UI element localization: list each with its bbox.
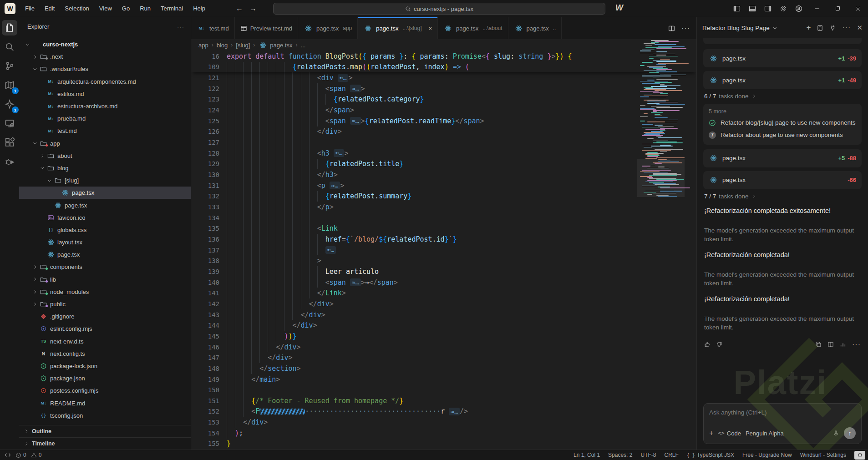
- menu-run[interactable]: Run: [135, 0, 156, 17]
- model-selector[interactable]: Penguin Alpha: [746, 430, 784, 437]
- menu-file[interactable]: File: [20, 0, 40, 17]
- toggle-panel-icon[interactable]: [745, 0, 760, 17]
- thumbs-down-icon[interactable]: [716, 341, 722, 348]
- status-item-6[interactable]: Windsurf - Settings: [800, 452, 846, 458]
- minimize-button[interactable]: [807, 0, 827, 17]
- folded-code-chip[interactable]: ≈…: [334, 149, 345, 157]
- breadcrumb-item-blog[interactable]: blog: [217, 42, 228, 49]
- activity-item-debug[interactable]: [2, 154, 17, 169]
- section-outline[interactable]: Outline: [19, 425, 191, 437]
- maximize-button[interactable]: [827, 0, 848, 17]
- tree-item--slug-[interactable]: [slug]: [19, 174, 191, 187]
- remote-indicator-icon[interactable]: [5, 452, 11, 458]
- tree-item-node-modules[interactable]: node_modules: [19, 286, 191, 298]
- command-center-search[interactable]: curso-nextjs - page.tsx: [273, 3, 605, 15]
- account-icon[interactable]: [791, 0, 807, 17]
- activity-item-map[interactable]: 1: [2, 77, 17, 93]
- copy-icon[interactable]: [815, 341, 822, 348]
- status-item-5[interactable]: Free - Upgrade Now: [742, 452, 792, 458]
- tree-item-page-tsx[interactable]: page.tsx: [19, 187, 191, 199]
- breadcrumb-item--[interactable]: ...: [301, 42, 306, 49]
- warnings-status[interactable]: 0: [31, 452, 42, 458]
- tab-page-tsx-2[interactable]: page.tsxapp: [298, 17, 358, 39]
- menu-help[interactable]: Help: [188, 0, 210, 17]
- cascade-title[interactable]: Refactor Blog Slug Page: [702, 25, 777, 31]
- cascade-content[interactable]: page.tsx+1-39page.tsx+1-496 / 7tasks don…: [697, 38, 868, 450]
- tab-page-tsx-3[interactable]: page.tsx...\[slug]×: [358, 17, 438, 39]
- explorer-more-actions-icon[interactable]: ···: [177, 23, 184, 30]
- tree-item-favicon-ico[interactable]: favicon.ico: [19, 212, 191, 224]
- tree-item-package-lock-json[interactable]: package-lock.json: [19, 360, 191, 372]
- breadcrumb[interactable]: app›blog›[slug]›page.tsx›...: [191, 39, 696, 51]
- breadcrumb-item-page-tsx[interactable]: page.tsx: [258, 42, 292, 49]
- notifications-bell[interactable]: [854, 451, 865, 460]
- activity-item-search[interactable]: [2, 39, 17, 55]
- folded-code-chip[interactable]: ≈…: [330, 182, 340, 189]
- tree-item-globals-css[interactable]: { }globals.css: [19, 224, 191, 236]
- activity-item-windsurf-ai[interactable]: 1: [2, 96, 17, 112]
- close-window-button[interactable]: [848, 0, 868, 17]
- close-tab-icon[interactable]: ×: [428, 25, 432, 32]
- status-item-4[interactable]: { }TypeScript JSX: [687, 452, 734, 458]
- tree-item-readme-md[interactable]: M↓README.md: [19, 397, 191, 409]
- minimap[interactable]: [639, 40, 685, 197]
- errors-status[interactable]: 0: [15, 452, 26, 458]
- tree-item-arquitectura-componentes-md[interactable]: M↓arquitectura-componentes.md: [19, 76, 191, 88]
- menu-go[interactable]: Go: [117, 0, 135, 17]
- tree-item-public[interactable]: public: [19, 298, 191, 310]
- folded-code-chip[interactable]: ≈…: [325, 246, 336, 254]
- tree-item-test-md[interactable]: M↓test.md: [19, 125, 191, 137]
- back-arrow-icon[interactable]: ←: [236, 5, 243, 13]
- activity-item-extensions[interactable]: [2, 135, 17, 150]
- open-docs-icon[interactable]: [827, 341, 834, 348]
- tree-item-next-config-ts[interactable]: Nnext.config.ts: [19, 348, 191, 360]
- tree-item-postcss-config-mjs[interactable]: postcss.config.mjs: [19, 384, 191, 397]
- tree-item-next-env-d-ts[interactable]: TSnext-env.d.ts: [19, 335, 191, 348]
- folded-code-chip[interactable]: ≈…: [449, 408, 460, 415]
- settings-gear-icon[interactable]: [776, 0, 791, 17]
- editor-more-actions-icon[interactable]: ···: [681, 24, 690, 32]
- tasks-done-summary-2[interactable]: 7 / 7tasks done: [704, 193, 861, 200]
- more-actions-icon[interactable]: ···: [842, 24, 851, 32]
- tree-item--next[interactable]: .next: [19, 51, 191, 63]
- split-editor-icon[interactable]: [668, 25, 675, 32]
- tree-item-about[interactable]: about: [19, 150, 191, 162]
- close-panel-icon[interactable]: ✕: [857, 24, 863, 32]
- tree-item-lib[interactable]: lib: [19, 273, 191, 286]
- tab-test-md-0[interactable]: M↓test.md: [191, 17, 235, 39]
- tree-item-package-json[interactable]: package.json: [19, 372, 191, 384]
- tree-item-curso-nextjs[interactable]: curso-nextjs: [19, 38, 191, 51]
- tree-item-components[interactable]: components: [19, 261, 191, 273]
- file-diff-card[interactable]: page.tsx-66: [703, 171, 862, 189]
- tree-item-eslint-config-mjs[interactable]: eslint.config.mjs: [19, 323, 191, 335]
- tree-item--gitignore[interactable]: .gitignore: [19, 310, 191, 323]
- status-item-2[interactable]: UTF-8: [640, 452, 656, 458]
- tab-page-tsx-4[interactable]: page.tsx...\about: [438, 17, 508, 39]
- file-diff-card[interactable]: page.tsx+1-49: [703, 71, 862, 89]
- folded-code-chip[interactable]: ≈…: [350, 117, 361, 125]
- tree-item-tsconfig-json[interactable]: { }tsconfig.json: [19, 409, 191, 422]
- tree-item-prueba-md[interactable]: M↓prueba.md: [19, 112, 191, 125]
- folded-code-chip[interactable]: ≈…: [350, 278, 361, 286]
- tab-page-tsx-5[interactable]: page.tsx..: [508, 17, 562, 39]
- tree-item-estructura-archivos-md[interactable]: M↓estructura-archivos.md: [19, 100, 191, 112]
- tree-item-estilos-md[interactable]: M↓estilos.md: [19, 88, 191, 100]
- ask-input[interactable]: Ask anything (Ctrl+L)+<>CodePenguin Alph…: [703, 403, 862, 444]
- activity-item-remote-explorer[interactable]: [2, 116, 17, 131]
- folded-code-chip[interactable]: ≈…: [350, 85, 361, 92]
- menu-terminal[interactable]: Terminal: [156, 0, 188, 17]
- history-icon[interactable]: [817, 25, 823, 31]
- thumbs-up-icon[interactable]: [704, 341, 711, 348]
- stats-icon[interactable]: [840, 341, 846, 348]
- tree-item-blog[interactable]: blog: [19, 162, 191, 174]
- tree-item-app[interactable]: app: [19, 137, 191, 150]
- code-area[interactable]: 121<div ≈…>122<span ≈…>123{relatedPost.c…: [191, 72, 696, 449]
- section-timeline[interactable]: Timeline: [19, 437, 191, 450]
- tree-item-layout-tsx[interactable]: layout.tsx: [19, 236, 191, 248]
- forward-arrow-icon[interactable]: →: [249, 5, 257, 13]
- folded-code-chip[interactable]: ≈…: [338, 74, 349, 82]
- toggle-secondary-sidebar-icon[interactable]: [760, 0, 776, 17]
- mic-icon[interactable]: [832, 430, 839, 437]
- tree-item--windsurf-rules[interactable]: .windsurf\rules: [19, 63, 191, 75]
- tab-preview-test-md-1[interactable]: Preview test.md: [235, 17, 298, 39]
